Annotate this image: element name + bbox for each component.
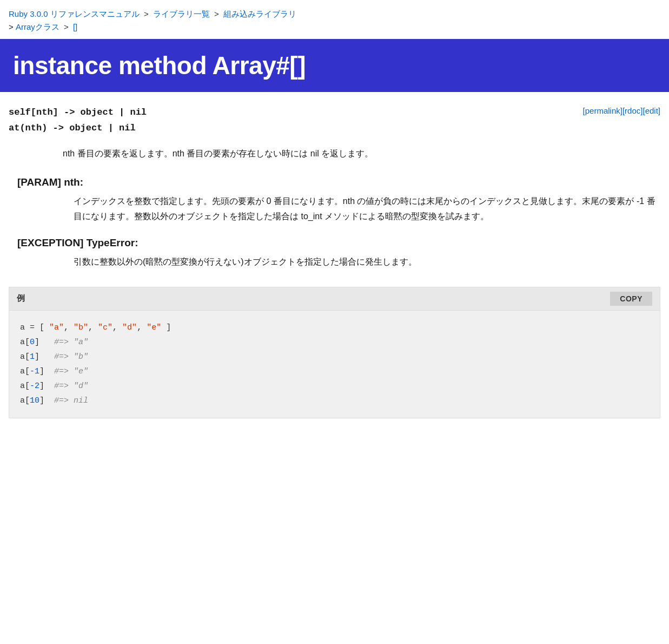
edit-link[interactable]: [edit] [642, 106, 660, 115]
method-signatures: self[nth] -> object | nil at(nth) -> obj… [9, 105, 660, 136]
code-num-10: 10 [30, 396, 39, 405]
code-line-6: a[10] #=> nil [20, 393, 649, 408]
breadcrumb: Ruby 3.0.0 リファレンスマニュアル > ライブラリ一覧 > 組み込みラ… [0, 0, 669, 39]
code-access-5b: ] [39, 382, 44, 391]
code-access-2a: a[ [20, 338, 30, 347]
page-title: instance method Array#[] [13, 51, 656, 80]
code-access-2b: ] [35, 338, 39, 347]
code-comment-3: #=> "b" [54, 352, 88, 362]
code-block: a = [ "a", "b", "c", "d", "e" ] a[0] #=>… [9, 311, 660, 418]
breadcrumb-sep-1: > [144, 9, 151, 18]
code-comma-4: , [137, 323, 147, 332]
description: nth 番目の要素を返します。nth 番目の要素が存在しない時には nil を返… [63, 146, 660, 161]
code-comma-3: , [112, 323, 122, 332]
code-num-1: 1 [30, 352, 35, 362]
code-access-4a: a[ [20, 367, 30, 376]
code-comma-1: , [64, 323, 74, 332]
code-num-neg2: -2 [30, 382, 39, 391]
breadcrumb-link-ruby[interactable]: Ruby 3.0.0 リファレンスマニュアル [9, 9, 140, 18]
permalink-link[interactable]: [permalink] [583, 106, 622, 115]
code-line-5: a[-2] #=> "d" [20, 379, 649, 393]
code-comma-2: , [88, 323, 98, 332]
exception-content: 引数に整数以外の(暗黙の型変換が行えない)オブジェクトを指定した場合に発生します… [74, 254, 660, 270]
code-access-3b: ] [35, 352, 39, 362]
code-str-b: "b" [74, 323, 88, 332]
breadcrumb-link-method[interactable]: [] [73, 22, 77, 31]
page-header: instance method Array#[] [0, 39, 669, 92]
signatures-left: self[nth] -> object | nil at(nth) -> obj… [9, 105, 147, 136]
signature-2: at(nth) -> object | nil [9, 123, 136, 133]
param-title: [PARAM] nth: [17, 176, 660, 188]
content-area: self[nth] -> object | nil at(nth) -> obj… [0, 105, 669, 418]
exception-title: [EXCEPTION] TypeError: [17, 237, 660, 249]
code-line-1: a = [ "a", "b", "c", "d", "e" ] [20, 320, 649, 335]
code-str-c: "c" [98, 323, 112, 332]
code-comment-4: #=> "e" [54, 367, 88, 376]
code-line-4: a[-1] #=> "e" [20, 364, 649, 379]
exception-section: [EXCEPTION] TypeError: 引数に整数以外の(暗黙の型変換が行… [9, 237, 660, 270]
breadcrumb-link-builtin[interactable]: 組み込みライブラリ [223, 9, 296, 18]
code-access-3a: a[ [20, 352, 30, 362]
code-access-6b: ] [39, 396, 44, 405]
code-comment-5: #=> "d" [54, 382, 88, 391]
copy-button[interactable]: COPY [610, 292, 652, 306]
breadcrumb-sep-3: > [9, 22, 16, 31]
code-comment-2: #=> "a" [54, 338, 88, 347]
code-access-5a: a[ [20, 382, 30, 391]
breadcrumb-link-library[interactable]: ライブラリ一覧 [153, 9, 210, 18]
code-access-6a: a[ [20, 396, 30, 405]
code-access-4b: ] [39, 367, 44, 376]
code-str-e: "e" [147, 323, 161, 332]
example-block: 例 COPY a = [ "a", "b", "c", "d", "e" ] a… [9, 287, 660, 418]
rdoc-link[interactable]: [rdoc] [622, 106, 643, 115]
code-comment-6: #=> nil [54, 396, 88, 405]
description-text: nth 番目の要素を返します。nth 番目の要素が存在しない時には nil を返… [63, 149, 373, 158]
breadcrumb-sep-4: > [64, 22, 71, 31]
code-num-neg1: -1 [30, 367, 39, 376]
signature-1: self[nth] -> object | nil [9, 107, 147, 117]
breadcrumb-sep-2: > [214, 9, 221, 18]
code-num-0: 0 [30, 338, 35, 347]
code-line-2: a[0] #=> "a" [20, 335, 649, 350]
example-label: 例 [17, 293, 25, 304]
code-bracket-end: ] [161, 323, 171, 332]
example-header: 例 COPY [9, 287, 660, 311]
code-str-a: "a" [49, 323, 64, 332]
breadcrumb-link-array[interactable]: Arrayクラス [16, 22, 59, 31]
code-str-d: "d" [122, 323, 137, 332]
code-var-a: a = [ [20, 323, 49, 332]
param-section: [PARAM] nth: インデックスを整数で指定します。先頭の要素が 0 番目… [9, 176, 660, 224]
param-content: インデックスを整数で指定します。先頭の要素が 0 番目になります。nth の値が… [74, 194, 660, 224]
code-line-3: a[1] #=> "b" [20, 350, 649, 364]
method-links: [permalink][rdoc][edit] [583, 105, 660, 115]
